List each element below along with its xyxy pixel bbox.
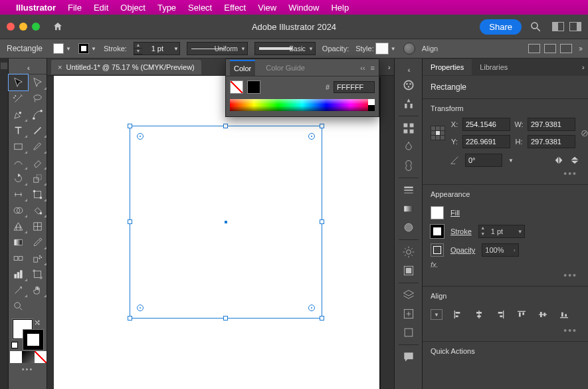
workspace-switcher-icon[interactable] [569, 22, 581, 31]
panel-strip-expand[interactable]: ‹‹ [395, 64, 422, 76]
appearance-panel-icon[interactable] [398, 243, 419, 261]
fill-none-swatch[interactable] [230, 80, 243, 94]
arrange-documents-icon[interactable] [552, 22, 564, 31]
slice-tool[interactable] [9, 282, 28, 298]
isolate-icon[interactable] [560, 44, 572, 53]
magic-wand-tool[interactable] [9, 90, 28, 106]
align-more-icon[interactable]: ••• [431, 324, 580, 336]
appearance-more-icon[interactable]: ••• [431, 269, 580, 281]
angle-dropdown[interactable]: ▼ [508, 157, 514, 164]
artboard[interactable] [54, 76, 379, 389]
document-tabs-overflow[interactable]: ›› [388, 63, 389, 71]
color-panel-icon[interactable] [398, 76, 419, 94]
color-mode-icon[interactable] [10, 351, 22, 363]
none-mode-icon[interactable] [35, 351, 47, 363]
menu-effect[interactable]: Effect [224, 3, 246, 13]
mesh-tool[interactable] [28, 218, 47, 234]
hex-input[interactable] [334, 81, 375, 93]
corner-widget-ne[interactable] [308, 133, 315, 140]
recolor-artwork-icon[interactable] [403, 43, 415, 55]
asset-export-panel-icon[interactable] [398, 305, 419, 323]
rectangle-tool[interactable] [9, 138, 28, 154]
y-input[interactable] [462, 135, 510, 148]
fill-swatch[interactable] [53, 43, 64, 54]
appearance-fill-label[interactable]: Fill [450, 209, 460, 217]
zoom-tool[interactable] [9, 298, 28, 314]
control-bar-overflow[interactable]: ›› [579, 44, 581, 53]
zoom-window[interactable] [32, 23, 40, 31]
stroke-swatch[interactable] [78, 43, 89, 54]
stroke-panel-icon[interactable] [398, 181, 419, 199]
stroke-weight-dropdown[interactable]: ▼ [173, 45, 179, 52]
opacity-label[interactable]: Opacity: [322, 45, 349, 53]
free-transform-tool[interactable] [28, 186, 47, 202]
shape-builder-tool[interactable] [9, 202, 28, 218]
center-point[interactable] [225, 221, 227, 223]
effects-label[interactable]: fx. [431, 259, 580, 269]
home-icon[interactable] [52, 21, 64, 32]
appearance-fill-swatch[interactable] [431, 206, 444, 219]
selected-rectangle[interactable] [130, 126, 322, 319]
stroke-label[interactable]: Stroke: [104, 45, 127, 53]
menu-window[interactable]: Window [288, 3, 319, 13]
menu-view[interactable]: View [258, 3, 276, 13]
x-input[interactable] [462, 118, 510, 131]
align-to-selector[interactable]: ▼ [431, 309, 442, 320]
properties-tab[interactable]: Properties [423, 59, 472, 75]
handle-ne[interactable] [320, 124, 324, 128]
shaper-tool[interactable] [9, 154, 28, 170]
eyedropper-tool[interactable] [28, 234, 47, 250]
stroke-black-swatch[interactable] [247, 80, 260, 94]
handle-s[interactable] [223, 316, 228, 321]
swap-fill-stroke-icon[interactable]: ⤭ [34, 318, 41, 327]
menu-select[interactable]: Select [188, 3, 212, 13]
w-input[interactable] [528, 118, 575, 131]
symbols-panel-icon[interactable] [398, 156, 419, 175]
menu-edit[interactable]: Edit [94, 3, 108, 13]
fill-dropdown[interactable]: ▼ [65, 45, 72, 52]
width-tool[interactable] [9, 186, 28, 202]
appearance-opacity-label[interactable]: Opacity [450, 246, 475, 254]
paintbrush-tool[interactable] [28, 138, 47, 154]
canvas[interactable] [47, 76, 394, 389]
menu-file[interactable]: File [68, 3, 82, 13]
graphic-style-swatch[interactable] [375, 43, 389, 55]
stroke-box[interactable] [23, 330, 43, 350]
menu-type[interactable]: Type [157, 3, 176, 13]
symbol-sprayer-tool[interactable] [28, 250, 47, 266]
scale-tool[interactable] [28, 170, 47, 186]
selection-tool[interactable] [9, 74, 28, 90]
handle-w[interactable] [128, 219, 132, 224]
spectrum-white[interactable] [368, 99, 375, 105]
line-segment-tool[interactable] [28, 122, 47, 138]
stroke-weight-down[interactable]: ▼ [134, 49, 142, 55]
handle-se[interactable] [320, 316, 324, 321]
align-top-icon[interactable] [516, 309, 528, 320]
transparency-panel-icon[interactable] [398, 218, 419, 237]
align-hcenter-icon[interactable] [473, 309, 485, 320]
variable-width-profile[interactable]: Uniform▼ [187, 42, 248, 55]
layers-panel-icon[interactable] [398, 286, 419, 305]
transform-panel-icon[interactable] [544, 44, 556, 53]
handle-sw[interactable] [128, 316, 132, 321]
appearance-opacity-swatch[interactable] [431, 243, 444, 257]
tools-collapse-icon[interactable]: ‹‹ [27, 64, 28, 72]
direct-selection-tool[interactable] [28, 74, 47, 90]
color-spectrum[interactable] [230, 99, 375, 111]
blend-tool[interactable] [9, 250, 28, 266]
search-icon[interactable] [530, 21, 541, 33]
libraries-tab[interactable]: Libraries [472, 59, 516, 75]
document-tab[interactable]: × Untitled-1* @ 75.17 % (CMYK/Preview) [51, 60, 201, 74]
default-fill-stroke-icon[interactable] [11, 342, 18, 348]
stroke-weight-up[interactable]: ▲ [134, 43, 142, 49]
color-guide-tab[interactable]: Color Guide [262, 61, 309, 75]
brush-definition[interactable]: Basic▼ [254, 42, 316, 55]
share-button[interactable]: Share [480, 19, 522, 35]
corner-widget-sw[interactable] [137, 305, 144, 311]
align-bottom-icon[interactable] [558, 309, 570, 320]
align-label[interactable]: Align [422, 45, 438, 53]
align-to-icon[interactable] [528, 44, 540, 53]
constrain-proportions-icon[interactable]: ⊘ [578, 128, 588, 138]
live-paint-bucket-tool[interactable] [28, 202, 47, 218]
gradient-panel-icon[interactable] [398, 199, 419, 218]
